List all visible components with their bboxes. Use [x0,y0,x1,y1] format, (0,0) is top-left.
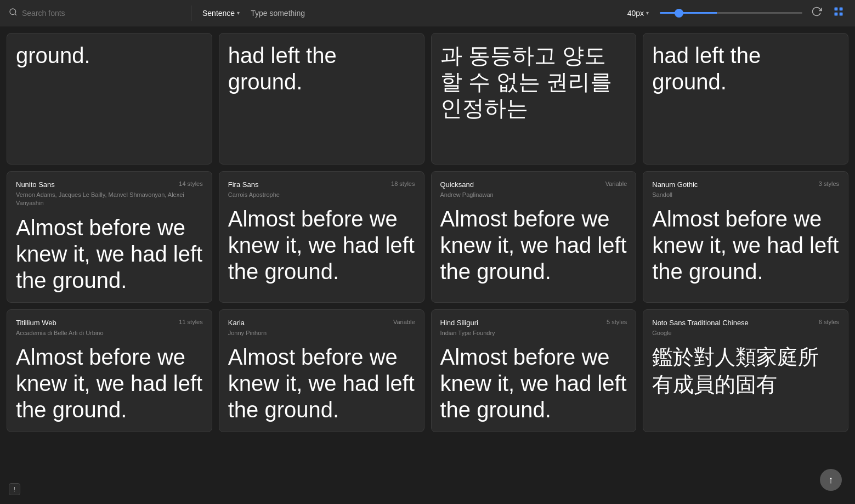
type-something-input[interactable] [251,9,616,18]
refresh-button[interactable] [809,4,824,22]
font-preview-partial-3: 과 동등하고 양도할 수 없는 권리를 인정하는 [440,42,627,121]
font-preview-partial-4: had left the ground. [652,42,839,95]
font-styles-fira: 18 styles [391,180,415,187]
font-name-noto-tc: Noto Sans Traditional Chinese [652,319,749,327]
scroll-top-icon: ↑ [829,474,834,486]
font-card-nanum-gothic[interactable]: Nanum Gothic 3 styles Sandoll Almost bef… [643,171,848,303]
font-preview-fira: Almost before we knew it, we had left th… [228,206,415,285]
font-card-partial-4[interactable]: had left the ground. [643,33,848,165]
font-preview-quicksand: Almost before we knew it, we had left th… [440,206,627,285]
font-name-quicksand: Quicksand [440,180,474,189]
font-card-partial-3[interactable]: 과 동등하고 양도할 수 없는 권리를 인정하는 [431,33,637,165]
font-name-nunito: Nunito Sans [16,180,55,189]
font-styles-quicksand: Variable [605,180,627,187]
svg-rect-3 [840,8,843,11]
search-input[interactable] [22,9,132,18]
right-controls: 40px ▾ [623,4,846,22]
header-separator [191,5,191,21]
font-card-header-nunito: Nunito Sans 14 styles [16,180,203,189]
grid-view-button[interactable] [831,4,846,22]
font-authors-nanum: Sandoll [652,191,839,199]
font-grid-main: Nunito Sans 14 styles Vernon Adams, Jacq… [7,171,848,303]
svg-line-1 [15,14,16,15]
font-card-header-nanum: Nanum Gothic 3 styles [652,180,839,189]
font-authors-titillium: Accademia di Belle Arti di Urbino [16,329,203,337]
font-authors-fira: Carrois Apostrophe [228,191,415,199]
app-header: Sentence ▾ 40px ▾ [0,0,855,26]
font-preview-titillium: Almost before we knew it, we had left th… [16,344,203,423]
font-card-quicksand[interactable]: Quicksand Variable Andrew Paglinawan Alm… [431,171,637,303]
font-card-nunito-sans[interactable]: Nunito Sans 14 styles Vernon Adams, Jacq… [7,171,212,303]
font-preview-noto-tc: 鑑於對人類家庭所有成員的固有 [652,344,839,398]
main-content: ground. had left the ground. 과 동등하고 양도할 … [0,26,855,504]
font-name-fira: Fira Sans [228,180,259,189]
font-card-header-karla: Karla Variable [228,319,415,327]
feedback-icon: ! [14,486,15,492]
chevron-down-icon: ▾ [237,10,240,16]
font-authors-nunito: Vernon Adams, Jacques Le Bailly, Manvel … [16,191,203,208]
font-name-hind: Hind Siliguri [440,319,478,327]
font-card-header-quicksand: Quicksand Variable [440,180,627,189]
size-dropdown[interactable]: 40px ▾ [623,7,653,20]
size-chevron-icon: ▾ [646,10,649,16]
font-styles-noto-tc: 6 styles [819,319,839,325]
font-preview-partial-1: ground. [16,42,203,69]
font-name-nanum: Nanum Gothic [652,180,698,189]
font-card-hind-siliguri[interactable]: Hind Siliguri 5 styles Indian Type Found… [431,309,637,432]
font-card-partial-2[interactable]: had left the ground. [219,33,424,165]
search-area [9,8,184,19]
svg-rect-5 [840,13,843,16]
font-card-titillium[interactable]: Titillium Web 11 styles Accademia di Bel… [7,309,212,432]
font-authors-noto-tc: Google [652,329,839,337]
font-styles-nunito: 14 styles [179,180,202,187]
size-slider-wrap [660,12,802,14]
top-partial-row: ground. had left the ground. 과 동등하고 양도할 … [7,33,848,165]
search-icon [9,8,18,19]
font-preview-karla: Almost before we knew it, we had left th… [228,344,415,423]
svg-rect-4 [835,13,838,16]
font-card-header-hind: Hind Siliguri 5 styles [440,319,627,327]
size-slider[interactable] [660,12,802,14]
sentence-label: Sentence [202,9,235,18]
font-grid-bottom: Titillium Web 11 styles Accademia di Bel… [7,309,848,432]
font-card-karla[interactable]: Karla Variable Jonny Pinhorn Almost befo… [219,309,424,432]
svg-point-0 [10,9,16,15]
font-preview-partial-2: had left the ground. [228,42,415,95]
font-authors-karla: Jonny Pinhorn [228,329,415,337]
font-authors-hind: Indian Type Foundry [440,329,627,337]
feedback-button[interactable]: ! [9,483,20,495]
font-card-partial-1[interactable]: ground. [7,33,212,165]
size-value: 40px [627,9,644,18]
font-styles-karla: Variable [393,319,415,325]
font-preview-nanum: Almost before we knew it, we had left th… [652,206,839,285]
sentence-dropdown[interactable]: Sentence ▾ [198,7,244,20]
font-styles-nanum: 3 styles [819,180,839,187]
font-preview-hind: Almost before we knew it, we had left th… [440,344,627,423]
font-card-header-fira: Fira Sans 18 styles [228,180,415,189]
font-card-fira-sans[interactable]: Fira Sans 18 styles Carrois Apostrophe A… [219,171,424,303]
font-preview-nunito: Almost before we knew it, we had left th… [16,214,203,293]
font-card-header-noto-tc: Noto Sans Traditional Chinese 6 styles [652,319,839,327]
font-styles-titillium: 11 styles [179,319,202,325]
font-card-noto-tc[interactable]: Noto Sans Traditional Chinese 6 styles G… [643,309,848,432]
scroll-to-top-button[interactable]: ↑ [820,469,842,491]
font-authors-quicksand: Andrew Paglinawan [440,191,627,199]
font-styles-hind: 5 styles [607,319,627,325]
font-card-header-titillium: Titillium Web 11 styles [16,319,203,327]
svg-rect-2 [835,8,838,11]
font-name-karla: Karla [228,319,245,327]
font-name-titillium: Titillium Web [16,319,56,327]
